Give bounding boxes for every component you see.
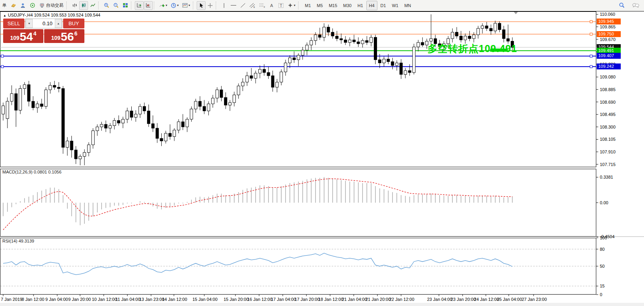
buy-price-big: 56 [61, 31, 74, 42]
profile-icon[interactable] [19, 1, 28, 10]
volume-increase-button[interactable]: ▲ [55, 19, 62, 28]
zoom-out-button[interactable] [112, 1, 121, 10]
toolbar-separator [66, 2, 69, 9]
template-icon [182, 3, 188, 8]
line-handle[interactable] [590, 33, 592, 35]
chart-shift-marker-icon[interactable] [514, 12, 518, 14]
time-axis-label: 23 Jan 20:00 [451, 297, 476, 302]
crosshair-button[interactable] [206, 1, 215, 10]
order-button-truncated[interactable]: 单 [0, 1, 9, 10]
line-handle[interactable] [590, 55, 592, 57]
buy-price-display[interactable]: 109 56 6 [44, 29, 84, 43]
price-tick-label: 107.715 [600, 162, 616, 167]
signals-icon[interactable] [28, 1, 37, 10]
sell-button[interactable]: SELL [3, 19, 24, 28]
time-axis-label: 9 Jan 04:00 [45, 297, 68, 302]
trendline-icon [240, 3, 246, 8]
line-handle[interactable] [590, 65, 592, 68]
chevron-down-icon: ▾ [177, 4, 179, 7]
buy-button[interactable]: BUY [63, 19, 84, 28]
indicators-button[interactable]: ▾ [158, 1, 169, 10]
arrows-button[interactable]: ▾ [286, 1, 297, 10]
timeframe-w1[interactable]: W1 [389, 1, 401, 10]
timeframe-m1[interactable]: M1 [302, 1, 314, 10]
fibonacci-button[interactable]: F [258, 1, 267, 10]
timeframe-mn[interactable]: MN [401, 1, 414, 10]
search-icon [619, 2, 625, 8]
chat-icon [632, 3, 639, 8]
vertical-line-button[interactable] [220, 1, 228, 10]
time-axis-label: 11 Jan 04:00 [116, 297, 140, 302]
chart-canvas[interactable]: 110.060109.865109.670109.475109.280109.0… [0, 11, 644, 306]
text-button[interactable]: A [267, 1, 276, 10]
price-tick-label: 109.080 [600, 75, 616, 79]
line-handle[interactable] [1, 55, 4, 57]
timeframe-m5[interactable]: M5 [314, 1, 325, 10]
chart-window: 110.060109.865109.670109.475109.280109.0… [0, 11, 644, 306]
time-axis-label: 21 Jan 20:00 [366, 297, 391, 302]
timeframe-m30[interactable]: M30 [340, 1, 354, 10]
timeframe-m15[interactable]: M15 [326, 1, 340, 10]
sell-price-display[interactable]: 109 54 4 [3, 29, 43, 43]
label-button[interactable]: T [276, 1, 286, 10]
toolbar-separator [98, 2, 101, 9]
volume-decrease-button[interactable]: ▼ [26, 19, 33, 28]
auto-scroll-button[interactable] [135, 1, 144, 10]
volume-input[interactable]: 0.10 [33, 19, 55, 28]
collapse-arrow-icon[interactable]: ▲ [3, 14, 6, 17]
time-axis-label: 15 Jan 04:00 [192, 297, 218, 302]
chart-shift-icon [146, 3, 151, 8]
time-axis-label: 17 Jan 20:00 [295, 297, 320, 302]
zoom-in-button[interactable] [102, 1, 111, 10]
bar-chart-button[interactable] [70, 1, 79, 10]
symbol-info-line: ▲USDJPY-,H4 109.524 109.553 109.524 109.… [3, 13, 100, 17]
auto-trading-button[interactable]: 自动交易 [37, 1, 65, 10]
chevron-down-icon: ▾ [189, 4, 190, 7]
toolbar-separator [154, 2, 157, 9]
svg-text:A: A [270, 3, 273, 8]
tile-windows-button[interactable] [121, 1, 130, 10]
rsi-tick-label: 80 [600, 247, 605, 252]
new-order-icon[interactable] [9, 1, 18, 10]
time-axis-label: 9 Jan 20:00 [68, 297, 91, 302]
templates-button[interactable]: ▾ [181, 1, 192, 10]
buy-price-pip: 6 [74, 30, 77, 37]
periods-button[interactable]: ▾ [169, 1, 180, 10]
line-handle[interactable] [590, 21, 592, 23]
chat-button[interactable] [631, 1, 641, 10]
rsi-tick-label: 0 [600, 292, 602, 297]
time-axis-label: 21 Jan 04:00 [342, 297, 367, 302]
chart-shift-button[interactable] [144, 1, 153, 10]
toolbar-separator [131, 2, 134, 9]
trendline-button[interactable] [239, 1, 247, 10]
timeframe-h4[interactable]: H4 [366, 1, 377, 10]
price-badge-109.242: 109.242 [597, 63, 621, 69]
time-axis-label: 7 Jan 2019 [1, 297, 22, 302]
candlestick-chart-button[interactable] [79, 1, 88, 10]
toolbar-separator [216, 2, 218, 9]
vertical-line-icon [222, 3, 226, 8]
time-axis-label: 25 Jan 04:00 [497, 297, 522, 302]
toolbar-right-group [617, 1, 641, 10]
text-icon: A [269, 3, 274, 8]
channel-icon: E [249, 3, 256, 8]
equidistant-channel-button[interactable]: E [248, 1, 257, 10]
line-handle[interactable] [1, 65, 4, 68]
timeframe-h1[interactable]: H1 [355, 1, 366, 10]
cursor-button[interactable] [197, 1, 205, 10]
volume-stepper: ▼ 0.10 ▲ [25, 19, 62, 28]
line-chart-button[interactable] [88, 1, 97, 10]
line-chart-icon [90, 3, 95, 8]
price-tick-label: 108.105 [600, 137, 616, 142]
price-badge-109.407: 109.407 [597, 53, 621, 59]
timeframe-group: M1M5M15M30H1H4D1W1MN [302, 1, 414, 10]
fibonacci-icon: F [259, 3, 265, 8]
price-tick-label: 108.495 [600, 112, 616, 117]
one-click-trading-panel: SELL ▼ 0.10 ▲ BUY 109 54 4 109 56 6 [3, 19, 84, 43]
timeframe-d1[interactable]: D1 [378, 1, 389, 10]
search-button[interactable] [617, 1, 627, 10]
auto-trading-icon [39, 3, 45, 8]
horizontal-line-button[interactable] [229, 1, 238, 10]
time-axis-label: 10 Jan 12:00 [92, 297, 117, 302]
time-axis-label: 16 Jan 12:00 [247, 297, 273, 302]
